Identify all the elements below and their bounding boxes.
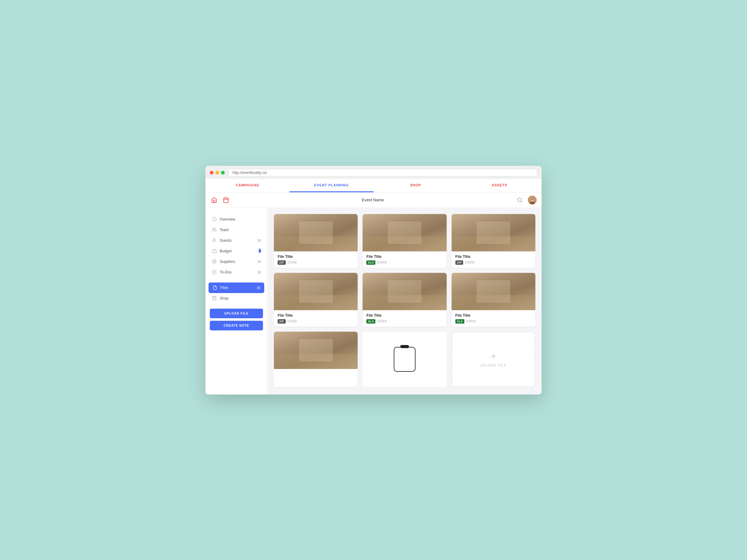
sub-header-left-icons xyxy=(210,196,230,204)
upload-label: UPLOAD FILE xyxy=(481,364,507,367)
file-tag-4: ZIP xyxy=(278,319,286,324)
file-tag-5: XLS xyxy=(366,319,376,324)
file-thumbnail-3 xyxy=(452,214,535,251)
file-tag-2: XLS xyxy=(366,260,376,265)
sidebar-item-team[interactable]: Team xyxy=(205,224,267,235)
file-info-2: File Title XLS 633KB xyxy=(363,251,446,268)
file-meta-6: XLS 633KB xyxy=(455,319,532,324)
sidebar-item-label: Guests xyxy=(220,238,232,243)
svg-line-5 xyxy=(521,201,522,202)
note-icon xyxy=(394,347,415,372)
sidebar-item-label: Team xyxy=(220,228,229,232)
file-meta-3: ZIP 633KB xyxy=(455,260,532,265)
close-button[interactable] xyxy=(210,171,213,175)
file-meta-4: ZIP 633KB xyxy=(278,319,354,324)
top-nav: CAMPAIGNS EVENT PLANNING SHOP ASSETS xyxy=(205,179,542,193)
sidebar-item-budget[interactable]: Budget xyxy=(205,246,267,256)
traffic-lights xyxy=(210,171,225,175)
sidebar-item-guests[interactable]: Guests 30 xyxy=(205,235,267,246)
tab-campaigns[interactable]: CAMPAIGNS xyxy=(205,179,289,192)
file-size-6: 633KB xyxy=(466,320,475,323)
file-meta-1: ZIP 633KB xyxy=(278,260,354,265)
svg-point-12 xyxy=(213,228,214,230)
file-meta-5: XLS 633KB xyxy=(366,319,443,324)
file-size-5: 633KB xyxy=(377,320,387,323)
svg-rect-0 xyxy=(224,198,229,203)
file-card-6[interactable]: File Title XLS 633KB xyxy=(452,273,535,327)
sidebar-item-todos[interactable]: To-Dos 30 xyxy=(205,267,267,277)
note-card[interactable] xyxy=(363,331,446,387)
address-bar[interactable]: http://eventbuddy.co/ xyxy=(229,169,537,177)
file-card-3[interactable]: File Title ZIP 633KB xyxy=(452,214,535,268)
info-circle-icon xyxy=(212,217,216,222)
minimize-button[interactable] xyxy=(215,171,219,175)
file-title-4: File Title xyxy=(278,313,354,318)
main-content: Overview Team Guests 30 Budget xyxy=(205,208,542,395)
sidebar-item-shop[interactable]: Shop xyxy=(205,293,267,304)
file-card-4[interactable]: File Title ZIP 633KB xyxy=(274,273,358,327)
file-title-5: File Title xyxy=(366,313,443,318)
check-icon xyxy=(212,270,216,275)
guests-badge: 30 xyxy=(257,239,261,242)
sidebar-item-label: Overview xyxy=(220,217,235,221)
file-size-4: 633KB xyxy=(288,320,297,323)
sidebar-item-label: Files xyxy=(221,286,228,290)
file-thumbnail-6 xyxy=(452,273,535,310)
file-size-3: 633KB xyxy=(465,261,474,264)
browser-chrome: http://eventbuddy.co/ xyxy=(205,166,542,179)
browser-window: http://eventbuddy.co/ CAMPAIGNS EVENT PL… xyxy=(205,166,542,395)
file-info-1: File Title ZIP 633KB xyxy=(274,251,358,268)
file-info-7 xyxy=(274,369,358,381)
users-icon xyxy=(212,228,216,232)
calendar-icon[interactable] xyxy=(222,196,230,204)
budget-circle xyxy=(257,248,261,253)
file-card-2[interactable]: File Title XLS 633KB xyxy=(363,214,446,268)
file-icon xyxy=(212,285,217,290)
file-card-7[interactable] xyxy=(274,331,358,387)
file-card-1[interactable]: File Title ZIP 633KB xyxy=(274,214,358,268)
files-area: File Title ZIP 633KB File Title xyxy=(268,208,542,395)
file-title-2: File Title xyxy=(366,255,443,259)
file-thumbnail-2 xyxy=(363,214,446,251)
suppliers-badge: 30 xyxy=(257,260,261,264)
file-info-4: File Title ZIP 633KB xyxy=(274,310,358,327)
file-thumbnail-4 xyxy=(274,273,358,310)
avatar[interactable] xyxy=(528,196,537,205)
maximize-button[interactable] xyxy=(221,171,225,175)
sidebar-item-suppliers[interactable]: Suppliers 30 xyxy=(205,256,267,267)
guest-icon xyxy=(212,238,216,243)
home-icon[interactable] xyxy=(210,196,218,204)
upload-area[interactable]: + UPLOAD FILE xyxy=(452,331,535,387)
svg-rect-14 xyxy=(212,250,216,252)
search-icon[interactable] xyxy=(516,196,523,204)
sidebar-item-label: Shop xyxy=(220,296,229,300)
file-tag-6: XLS xyxy=(455,319,464,324)
sidebar-actions: UPLOAD FILE CREATE NOTE xyxy=(205,304,267,330)
tab-assets[interactable]: ASSETS xyxy=(458,179,542,192)
files-grid: File Title ZIP 633KB File Title xyxy=(274,214,535,387)
file-size-2: 633KB xyxy=(377,261,387,264)
sidebar: Overview Team Guests 30 Budget xyxy=(205,208,268,395)
bag-icon xyxy=(212,296,216,301)
file-tag-3: ZIP xyxy=(455,260,463,265)
file-title-1: File Title xyxy=(278,255,354,259)
sidebar-item-label: To-Dos xyxy=(220,270,232,274)
sidebar-item-overview[interactable]: Overview xyxy=(205,214,267,224)
sidebar-item-label: Suppliers xyxy=(220,260,235,264)
sidebar-item-files[interactable]: Files 30 xyxy=(209,283,264,293)
file-info-6: File Title XLS 633KB xyxy=(452,310,535,327)
file-meta-2: XLS 633KB xyxy=(366,260,443,265)
file-info-5: File Title XLS 633KB xyxy=(363,310,446,327)
file-card-5[interactable]: File Title XLS 633KB xyxy=(363,273,446,327)
budget-icon xyxy=(212,248,216,254)
file-tag-1: ZIP xyxy=(278,260,286,265)
create-note-button[interactable]: CREATE NOTE xyxy=(210,321,263,330)
file-thumbnail-1 xyxy=(274,214,358,251)
tab-event-planning[interactable]: EVENT PLANNING xyxy=(289,179,374,192)
file-thumbnail-5 xyxy=(363,273,446,310)
tab-shop[interactable]: SHOP xyxy=(374,179,458,192)
upload-file-button[interactable]: UPLOAD FILE xyxy=(210,309,263,318)
svg-point-13 xyxy=(213,239,215,240)
file-thumbnail-7 xyxy=(274,331,358,369)
file-info-3: File Title ZIP 633KB xyxy=(452,251,535,268)
